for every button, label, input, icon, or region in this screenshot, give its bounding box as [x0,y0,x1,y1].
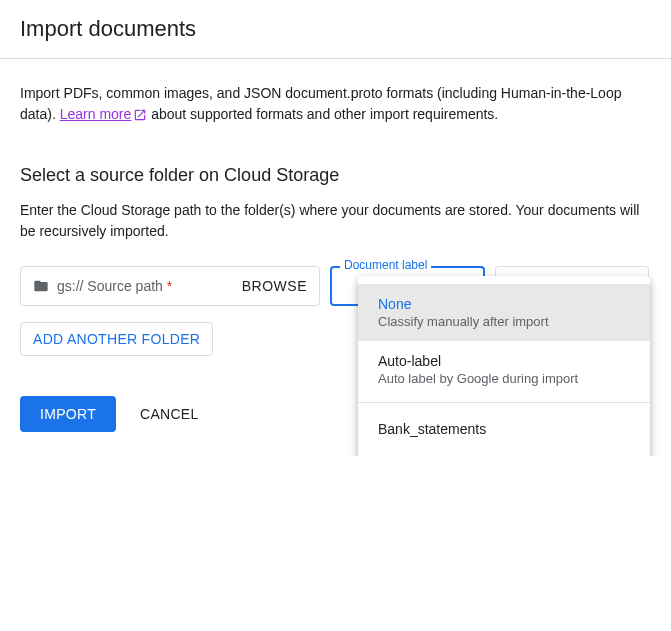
dropdown-option-autolabel[interactable]: Auto-label Auto label by Google during i… [358,341,650,398]
dropdown-label-invoice[interactable]: invoice [358,451,650,456]
import-button[interactable]: IMPORT [20,396,116,432]
learn-more-label: Learn more [60,104,132,125]
source-path-input[interactable]: gs:// Source path * BROWSE [20,266,320,306]
dropdown-option-subtitle: Classify manually after import [378,314,630,329]
dropdown-option-none[interactable]: None Classify manually after import [358,284,650,341]
dropdown-divider [358,402,650,403]
add-another-folder-button[interactable]: ADD ANOTHER FOLDER [20,322,213,356]
document-label-legend: Document label [340,258,431,272]
source-placeholder: gs:// Source path * [57,278,234,294]
required-marker: * [167,278,172,294]
learn-more-link[interactable]: Learn more [60,104,148,125]
dropdown-option-title: None [378,296,630,312]
dropdown-label-bank-statements[interactable]: Bank_statements [358,407,650,451]
dialog-title: Import documents [20,16,651,42]
intro-paragraph: Import PDFs, common images, and JSON doc… [20,83,651,125]
folder-icon [33,278,49,294]
section-title: Select a source folder on Cloud Storage [20,165,651,186]
dialog-content: Import PDFs, common images, and JSON doc… [0,59,671,456]
browse-button[interactable]: BROWSE [242,278,307,294]
cancel-button[interactable]: CANCEL [140,406,199,422]
external-link-icon [133,108,147,122]
dropdown-option-title: Auto-label [378,353,630,369]
intro-text-after: about supported formats and other import… [151,106,498,122]
document-label-dropdown: None Classify manually after import Auto… [358,276,650,456]
source-row: gs:// Source path * BROWSE Document labe… [20,266,651,306]
dialog-header: Import documents [0,0,671,59]
section-description: Enter the Cloud Storage path to the fold… [20,200,651,242]
dropdown-option-subtitle: Auto label by Google during import [378,371,630,386]
